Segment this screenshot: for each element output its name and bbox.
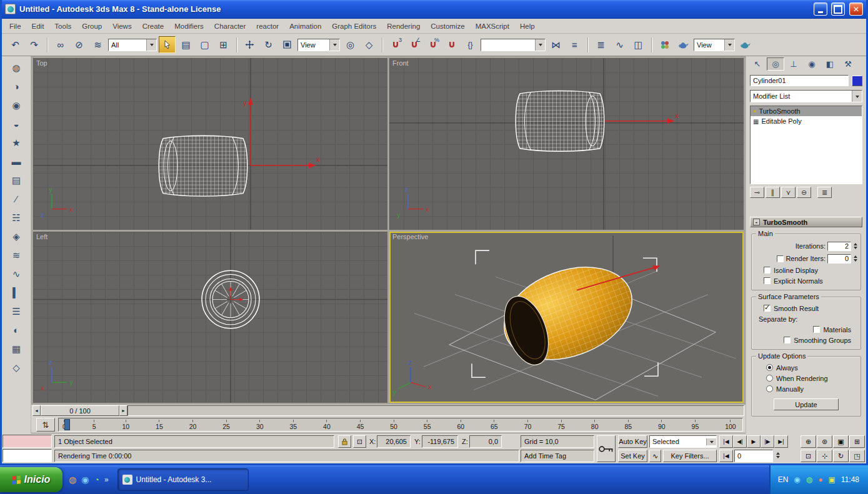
x-coordinate-field[interactable]: 20,605	[377, 435, 411, 448]
titlebar[interactable]: Untitled - Autodesk 3ds Max 8 - Stand-al…	[2, 0, 866, 19]
dropdown-arrow-icon[interactable]	[329, 39, 339, 51]
reactor-tool-icon[interactable]: ▤	[7, 172, 26, 188]
reactor-tool-icon[interactable]: ▦	[7, 341, 26, 357]
undo-button[interactable]: ↶	[7, 36, 24, 53]
manually-radio[interactable]	[766, 385, 773, 392]
arc-rotate-button[interactable]: ↻	[833, 450, 849, 462]
zoom-button[interactable]: ⊕	[801, 435, 816, 448]
turbosmooth-rollout-header[interactable]: - TurboSmooth	[750, 217, 862, 227]
menu-item[interactable]: Graph Editors	[332, 22, 376, 30]
modifier-list-dropdown[interactable]: Modifier List	[750, 90, 862, 102]
redo-button[interactable]: ↷	[26, 36, 42, 53]
select-and-link-button[interactable]: ∞	[52, 36, 69, 53]
window-crossing-toggle[interactable]: ⊞	[215, 36, 232, 53]
menu-item[interactable]: MAXScript	[476, 22, 509, 30]
menu-item[interactable]: reactor	[256, 22, 279, 30]
auto-key-button[interactable]: Auto Key	[618, 435, 647, 448]
menu-item[interactable]: Customize	[431, 22, 464, 30]
mirror-button[interactable]: ⋈	[547, 36, 564, 53]
schematic-view-button[interactable]: ◫	[630, 36, 647, 53]
viewport-perspective[interactable]: Perspective	[389, 232, 744, 403]
tab-modify[interactable]: ◎	[767, 57, 784, 71]
menu-item[interactable]: Rendering	[387, 22, 420, 30]
viewport-top[interactable]: Top y x	[33, 58, 387, 230]
explicit-normals-checkbox[interactable]	[764, 277, 771, 284]
barrel-wireframe[interactable]	[516, 91, 604, 151]
z-coordinate-field[interactable]: 0,0	[469, 435, 502, 448]
iterations-field[interactable]: 2	[827, 242, 851, 251]
move-gizmo[interactable]: y x	[243, 97, 320, 168]
isoline-display-checkbox[interactable]	[764, 267, 771, 274]
tray-icon[interactable]: ◉	[794, 475, 800, 484]
taskbar-task-3dsmax[interactable]: Untitled - Autodesk 3...	[117, 468, 249, 491]
reactor-tool-icon[interactable]: ∕	[7, 191, 26, 207]
quick-launch-overflow-icon[interactable]: »	[104, 475, 109, 484]
material-editor-button[interactable]	[656, 36, 673, 53]
frame-spinner[interactable]	[776, 450, 780, 463]
modifier-on-icon[interactable]: ●	[753, 108, 756, 114]
current-frame-marker[interactable]	[64, 419, 70, 430]
reactor-tool-icon[interactable]: ∿	[7, 266, 26, 282]
key-mode-frame-button[interactable]: |◀	[719, 450, 733, 462]
play-button[interactable]: ▶	[747, 435, 761, 448]
viewport-left[interactable]: Left	[33, 232, 387, 403]
smooth-result-checkbox[interactable]	[764, 305, 771, 312]
reactor-tool-icon[interactable]: ☵	[7, 210, 26, 225]
tray-icon[interactable]: ●	[818, 475, 822, 484]
move-gizmo[interactable]	[229, 287, 243, 301]
zoom-region-button[interactable]: ⊡	[801, 450, 816, 462]
reactor-tool-icon[interactable]: ▍	[7, 285, 26, 300]
current-frame-field[interactable]: 0	[734, 450, 773, 462]
reactor-tool-icon[interactable]: ◒	[7, 116, 26, 132]
reactor-tool-icon[interactable]: ★	[7, 135, 26, 151]
pan-button[interactable]: ⊹	[817, 450, 832, 462]
reactor-tool-icon[interactable]: ▬	[7, 154, 26, 169]
tab-utilities[interactable]: ⚒	[839, 57, 857, 71]
minimize-button[interactable]	[814, 2, 827, 16]
remove-modifier-button[interactable]: ⊖	[797, 187, 811, 198]
maximize-button[interactable]	[831, 2, 845, 16]
time-slider-track[interactable]	[127, 405, 744, 416]
menu-item[interactable]: Help	[520, 22, 535, 30]
set-keys-button[interactable]	[597, 435, 616, 462]
selection-filter-dropdown[interactable]: All	[108, 39, 157, 51]
select-and-scale-button[interactable]	[279, 36, 296, 53]
tab-create[interactable]: ↖	[749, 57, 766, 71]
dropdown-arrow-icon[interactable]	[852, 91, 862, 102]
reactor-tool-icon[interactable]: ≋	[7, 247, 26, 263]
configure-modifier-sets-button[interactable]: ≣	[817, 187, 832, 198]
named-selection-dropdown[interactable]	[481, 39, 546, 51]
zoom-extents-button[interactable]: ▣	[833, 435, 849, 448]
move-gizmo[interactable]: x	[605, 112, 679, 124]
viewport-front[interactable]: Front x z x	[389, 58, 744, 230]
time-slider-handle[interactable]: 0 / 100	[41, 405, 119, 416]
stack-item-turbosmooth[interactable]: ● TurboSmooth	[751, 106, 862, 116]
always-radio[interactable]	[766, 364, 773, 371]
dropdown-arrow-icon[interactable]	[146, 39, 156, 51]
clock[interactable]: 11:48	[841, 475, 859, 484]
selection-lock-toggle[interactable]	[338, 435, 351, 448]
reactor-tool-icon[interactable]: ◈	[7, 229, 26, 244]
render-iters-spinner[interactable]	[854, 254, 857, 264]
close-button[interactable]	[849, 2, 863, 16]
previous-frame-button[interactable]: ◀|	[733, 435, 747, 448]
render-type-dropdown[interactable]: View	[694, 39, 735, 51]
reference-coordinate-dropdown[interactable]: View	[297, 39, 340, 51]
object-color-swatch[interactable]	[852, 76, 862, 86]
next-frame-arrow[interactable]: ►	[119, 405, 127, 416]
object-name-field[interactable]: Cylinder01	[750, 75, 849, 86]
render-iters-field[interactable]: 0	[827, 254, 851, 264]
reactor-tool-icon[interactable]: ◇	[7, 360, 26, 375]
reactor-tool-icon[interactable]: ☰	[7, 304, 26, 319]
snaps-toggle-button[interactable]: 3	[387, 36, 404, 53]
language-indicator[interactable]: EN	[778, 475, 789, 484]
mini-curve-editor-button[interactable]: ⇅	[36, 418, 55, 432]
maxscript-mini-listener-bottom[interactable]	[2, 449, 52, 462]
show-end-result-button[interactable]: ∥	[766, 187, 780, 198]
barrel-object[interactable]	[491, 250, 645, 376]
iterations-spinner[interactable]	[854, 241, 857, 251]
dropdown-arrow-icon[interactable]	[724, 39, 734, 51]
when-rendering-radio[interactable]	[766, 375, 773, 382]
align-button[interactable]: ≡	[566, 36, 583, 53]
spinner-snap-button[interactable]	[443, 36, 460, 53]
